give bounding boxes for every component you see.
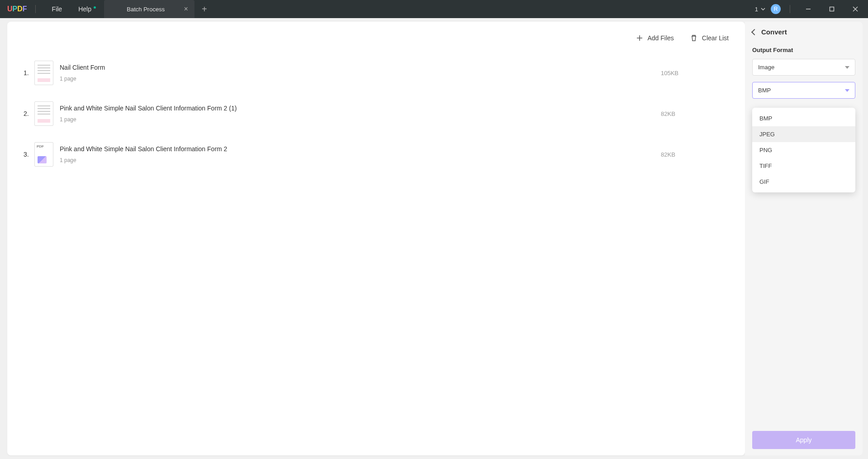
pdf-badge: PDF: [37, 144, 44, 148]
separator: [35, 5, 36, 13]
notification-dot-icon: [94, 6, 96, 9]
minimize-button[interactable]: [799, 0, 817, 18]
avatar[interactable]: R: [771, 4, 781, 14]
file-thumbnail: [34, 61, 53, 85]
menu-help[interactable]: Help: [70, 5, 100, 13]
file-pages: 1 page: [60, 116, 661, 123]
tab-batch-process[interactable]: Batch Process ×: [104, 0, 194, 18]
app-logo: UPDF: [7, 5, 27, 13]
file-size: 105KB: [661, 70, 729, 76]
convert-panel: Convert Output Format Image BMP BMPJPEGP…: [745, 22, 863, 455]
file-pages: 1 page: [60, 157, 661, 163]
dropdown-option[interactable]: TIFF: [752, 158, 855, 174]
file-list-panel: Add Files Clear List 1. Nail Client Form…: [7, 22, 745, 455]
file-index: 3.: [24, 151, 34, 158]
subformat-dropdown: BMPJPEGPNGTIFFGIF: [752, 108, 855, 192]
file-thumbnail: [34, 101, 53, 126]
subformat-select[interactable]: BMP: [752, 82, 855, 99]
file-thumbnail: PDF: [34, 142, 53, 167]
tab-title: Batch Process: [117, 6, 175, 13]
panel-title: Convert: [761, 28, 787, 36]
trash-icon: [690, 34, 697, 42]
file-row[interactable]: 2. Pink and White Simple Nail Salon Clie…: [24, 93, 729, 134]
file-name: Nail Client Form: [60, 64, 661, 71]
maximize-button[interactable]: [823, 0, 841, 18]
file-name: Pink and White Simple Nail Salon Client …: [60, 145, 661, 153]
file-index: 1.: [24, 69, 34, 76]
file-size: 82KB: [661, 151, 729, 158]
close-tab-icon[interactable]: ×: [184, 5, 188, 13]
back-button[interactable]: [751, 29, 758, 35]
add-files-button[interactable]: Add Files: [636, 34, 674, 42]
file-size: 82KB: [661, 110, 729, 117]
file-index: 2.: [24, 110, 34, 117]
close-window-button[interactable]: [846, 0, 864, 18]
clear-list-button[interactable]: Clear List: [690, 34, 729, 42]
dropdown-option[interactable]: JPEG: [752, 126, 855, 142]
file-name: Pink and White Simple Nail Salon Client …: [60, 105, 661, 112]
titlebar: UPDF File Help Batch Process × + 1 R: [0, 0, 868, 18]
dropdown-caret-icon: [845, 89, 849, 92]
plus-icon: [636, 34, 643, 42]
file-pages: 1 page: [60, 76, 661, 82]
new-tab-button[interactable]: +: [202, 4, 207, 14]
separator: [790, 5, 790, 13]
format-select[interactable]: Image: [752, 59, 855, 76]
dropdown-caret-icon: [845, 66, 849, 69]
dropdown-option[interactable]: GIF: [752, 174, 855, 190]
output-format-label: Output Format: [752, 47, 855, 53]
dropdown-option[interactable]: BMP: [752, 110, 855, 126]
file-row[interactable]: 1. Nail Client Form 1 page 105KB: [24, 53, 729, 93]
dropdown-option[interactable]: PNG: [752, 142, 855, 158]
menu-file[interactable]: File: [44, 5, 71, 13]
chevron-down-icon: [761, 8, 765, 10]
file-row[interactable]: 3. PDF Pink and White Simple Nail Salon …: [24, 134, 729, 175]
apply-button[interactable]: Apply: [752, 431, 855, 449]
svg-rect-1: [830, 7, 834, 11]
window-count[interactable]: 1: [755, 6, 765, 13]
